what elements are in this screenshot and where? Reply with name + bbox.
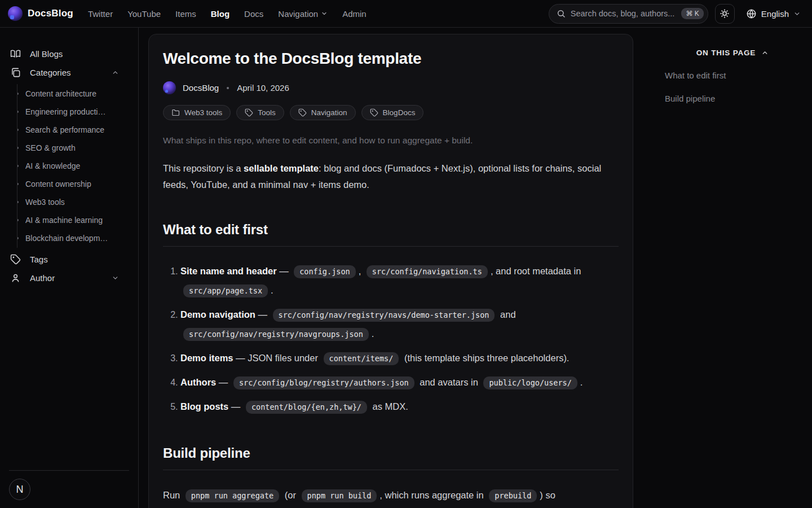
docsblog-logo-icon [8,6,23,21]
toc-header[interactable]: ON THIS PAGE [665,49,800,57]
category-item[interactable]: Search & performance [17,121,129,138]
theme-toggle-button[interactable] [715,4,735,24]
tag-icon [10,254,21,265]
text-segment: . [372,329,374,339]
text-segment: (or [282,490,298,500]
tag-icon [245,108,253,117]
inline-code: src/app/page.tsx [183,284,268,297]
post-meta: DocsBlog April 10, 2026 [163,81,619,94]
text-segment: ) so [540,490,555,500]
text-segment: (this template ships three placeholders)… [401,353,569,363]
text-segment: , which runs aggregate in [379,490,486,500]
nav-link-admin[interactable]: Admin [342,9,367,19]
sidebar-footer: N [9,470,129,500]
nav-link-blog[interactable]: Blog [211,9,230,19]
inline-code: pnpm run aggregate [186,489,279,502]
toc-header-label: ON THIS PAGE [696,49,756,57]
nav-link-twitter[interactable]: Twitter [88,9,113,19]
folder-icon [171,108,180,117]
tag-chip-blogdocs[interactable]: BlogDocs [361,105,424,120]
text-segment: , [359,266,364,276]
tag-chip-tools[interactable]: Tools [236,105,284,120]
tag-icon [370,108,378,117]
globe-icon [746,8,757,19]
edit-step: Authors — src/config/blog/registry/autho… [180,373,619,392]
sidebar: All Blogs Categories Content architectur… [0,28,139,508]
nav-link-navigation[interactable]: Navigation [278,9,328,19]
book-open-icon [10,49,21,59]
search-shortcut-kbd: ⌘ K [681,8,703,19]
edit-steps-list: Site name and header — config.json, src/… [163,262,619,417]
person-icon [10,273,21,283]
author-name: DocsBlog [183,83,219,93]
nav-link-items[interactable]: Items [175,9,196,19]
category-item[interactable]: AI & knowledge [17,157,129,174]
tag-icon [298,108,307,117]
sun-icon [720,8,730,19]
inline-code: content/items/ [324,352,399,365]
tag-chip-web3-tools[interactable]: Web3 tools [163,105,231,120]
sidebar-item-label: Categories [30,68,103,77]
sidebar-item-author[interactable]: Author [9,269,129,287]
language-label: English [761,9,789,19]
bold-text: Authors [180,377,216,387]
category-item[interactable]: AI & machine learning [17,212,129,229]
sidebar-item-all-blogs[interactable]: All Blogs [9,45,129,63]
article-card: Welcome to the DocsBlog template DocsBlo… [148,34,633,508]
category-item[interactable]: Content ownership [17,176,129,192]
text-segment: Run [163,490,183,500]
sidebar-item-categories[interactable]: Categories [9,63,129,82]
sidebar-item-tags[interactable]: Tags [9,250,129,269]
text-segment: and avatars in [417,377,481,387]
search-input[interactable] [571,9,677,18]
edit-step: Site name and header — config.json, src/… [180,262,619,300]
tag-chip-row: Web3 tools Tools Navigation BlogDocs [163,105,619,120]
top-navbar: DocsBlog Twitter YouTube Items Blog Docs… [0,0,812,28]
chevron-up-icon [761,49,769,56]
bold-text: sellable template [244,163,319,173]
avatar-letter: N [16,484,24,496]
text-segment: — [216,377,231,387]
bold-text: Blog posts [180,401,228,411]
search-box[interactable]: ⌘ K [549,4,708,24]
section-divider [163,470,619,470]
build-pipeline-paragraph: Run pnpm run aggregate (or pnpm run buil… [163,486,619,508]
toc-item-build-pipeline[interactable]: Build pipeline [665,94,800,103]
category-list: Content architecture Engineering product… [17,84,129,248]
text-segment: . [580,377,583,387]
text-segment: as MDX. [370,401,408,411]
nav-link-youtube[interactable]: YouTube [127,9,161,19]
language-selector[interactable]: English [742,8,803,19]
inline-code: prebuild [489,489,537,502]
text-segment: and [497,309,515,319]
tag-chip-navigation[interactable]: Navigation [290,105,356,120]
category-item[interactable]: Content architecture [17,85,129,102]
chevron-down-icon [793,10,801,17]
text-segment: , and root metadata in [491,266,581,276]
nextjs-avatar[interactable]: N [9,479,30,500]
category-item[interactable]: SEO & growth [17,139,129,156]
text-segment: . [271,285,273,295]
bold-text: Demo items [180,353,233,363]
category-item[interactable]: Web3 tools [17,194,129,211]
primary-nav: Twitter YouTube Items Blog Docs Navigati… [88,9,367,19]
inline-code: src/config/nav/registry/navgroups.json [183,328,369,341]
nav-link-docs[interactable]: Docs [244,9,263,19]
text-segment: — [228,401,243,411]
inline-code: public/logo/users/ [483,376,577,389]
sidebar-item-label: Tags [30,255,128,264]
edit-step: Demo items — JSON files under content/it… [180,349,619,368]
brand[interactable]: DocsBlog [8,6,73,21]
chevron-down-icon [112,274,119,282]
edit-step: Blog posts — content/blog/{en,zh,tw}/ as… [180,397,619,417]
category-item[interactable]: Engineering producti… [17,103,129,120]
table-of-contents: ON THIS PAGE What to edit first Build pi… [665,34,800,508]
brand-name: DocsBlog [28,8,73,19]
nav-link-navigation-label: Navigation [278,9,318,19]
section-heading-build-pipeline: Build pipeline [163,445,619,461]
inline-code: src/config/navigation.ts [367,265,488,278]
inline-code: src/config/nav/registry/navs/demo-starte… [273,309,495,322]
toc-item-what-to-edit-first[interactable]: What to edit first [665,71,800,80]
author-avatar [163,81,176,94]
category-item[interactable]: Blockchain developm… [17,230,129,247]
